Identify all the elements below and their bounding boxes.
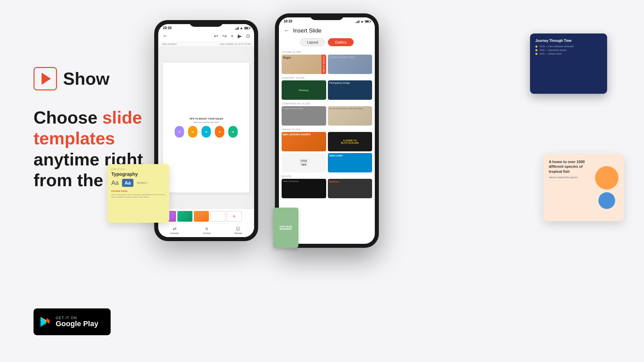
gallery-item-book[interactable]: a sharp & concise CMO's	[328, 55, 372, 74]
phone1-screen: 10:10 ▲ ← ↩	[158, 24, 254, 237]
battery-fill-2	[365, 21, 369, 22]
fish-circle-blue	[598, 192, 615, 209]
connector-3	[212, 132, 214, 132]
fish-card: A home to over 1000 different species of…	[543, 154, 624, 221]
animate-icon: ⇄	[173, 226, 177, 231]
ikigai-text: Ikigai	[282, 55, 326, 61]
play-button[interactable]: ▶	[238, 33, 242, 39]
gallery-item-participatory[interactable]: Participatory Design	[328, 80, 372, 100]
phone2-status-icons: ▲	[356, 19, 370, 23]
timeline-item-2: 2020 — Expansion phase	[535, 49, 602, 51]
sb2	[357, 21, 357, 23]
google-play-name: Google Play	[56, 320, 98, 328]
file-name: Sales Analysis	[162, 43, 177, 45]
back-button[interactable]: ←	[162, 32, 168, 40]
timeline-dot-3	[535, 53, 537, 55]
phone1-toolbar[interactable]: ← ↩ ↪ + ▶ ⊙	[158, 30, 254, 42]
timeline-item-3: 2021 — Global reach	[535, 53, 602, 55]
google-play-badge[interactable]: GET IT ON Google Play	[34, 308, 111, 335]
blitz-text: A GUIDE TO BLITZ SCALING	[340, 139, 359, 145]
basketball-text: BBA LESSONS CHAMPS	[282, 132, 326, 137]
gallery-item-ikigai[interactable]: COVER SLIDE Ikigai	[282, 55, 326, 74]
share-button[interactable]: ⊙	[246, 33, 250, 39]
google-play-text-block: GET IT ON Google Play	[56, 316, 98, 328]
node-01: 01	[175, 126, 184, 138]
dark-card-inner: Journey Through Time 2019 — First milest…	[530, 33, 607, 60]
fish-card-inner: A home to over 1000 different species of…	[543, 154, 624, 221]
add-slide-thumb[interactable]: +	[227, 211, 242, 222]
typography-floating-card: PRACTICAL Typography Aa Aa Modern Formal…	[107, 164, 169, 223]
app-logo-text: Show	[63, 69, 110, 89]
add-button[interactable]: +	[231, 33, 234, 39]
gallery-item-motion[interactable]: Motion Designing	[282, 179, 326, 198]
gallery-main: COVER SLIDE COVER SLIDE Ikigai a sharp &…	[282, 49, 372, 201]
phone1-status-icons: ▲	[235, 26, 249, 30]
phone1-bottom-nav: ⇄ Animate ≡ Format ☑ Review	[158, 224, 254, 237]
timeline: 2019 — First milestone achieved 2020 — E…	[535, 45, 602, 55]
aa-text: Aa	[111, 179, 119, 187]
book-text: a sharp & concise CMO's	[328, 55, 372, 60]
nav-animate[interactable]: ⇄ Animate	[170, 226, 179, 234]
gallery-item-arch1[interactable]: a wall & exterior CMO's	[282, 106, 326, 126]
flow-nodes: 01 02 03 04 05	[175, 126, 238, 138]
format-icon: ≡	[205, 226, 208, 231]
signal-bar-1	[235, 29, 236, 30]
battery-icon-2	[365, 20, 370, 23]
medium-text: Medium	[328, 179, 372, 185]
fish-title: A home to over 1000 different species of…	[549, 159, 588, 174]
motion-text: Motion Designing	[282, 179, 326, 184]
sb4	[359, 20, 359, 23]
tab-gallery[interactable]: Gallery	[328, 38, 354, 46]
team-card-floating: OUR TEAMMEMBERS	[273, 208, 298, 248]
gallery-item-privacy[interactable]: Privacy	[282, 80, 326, 100]
cover-slide-grid: COVER SLIDE Ikigai a sharp & concise CMO…	[282, 55, 372, 74]
phone2-time: 10:10	[284, 19, 292, 23]
signal-bar-3	[237, 27, 238, 30]
arch1-text: a wall & exterior CMO's	[282, 106, 326, 111]
connector-4	[225, 132, 228, 132]
nav-format[interactable]: ≡ Format	[203, 226, 210, 234]
animate-label: Animate	[170, 232, 179, 234]
insert-back-button[interactable]: ←	[284, 27, 290, 34]
cold-inner: COLD CALLING TIPS	[300, 159, 307, 166]
connector-2	[198, 132, 201, 132]
phone2-notch	[310, 13, 344, 20]
gallery-item-sales[interactable]: Sales Leads	[328, 153, 372, 172]
review-icon: ☑	[236, 226, 240, 231]
content-slide-grid: Privacy Participatory Design	[282, 80, 372, 100]
thumb-2[interactable]	[177, 211, 192, 222]
gallery-item-arch2[interactable]: Art and Architecture under the Globes	[328, 106, 372, 126]
signal-bars-2	[356, 20, 359, 23]
insert-tabs: Layout Gallery	[279, 36, 375, 49]
gallery-item-medium[interactable]: Medium	[328, 179, 372, 198]
gallery-item-cold[interactable]: COLD CALLING TIPS	[282, 153, 326, 172]
typography-aa: Aa Aa Modern	[111, 179, 165, 187]
battery-fill	[245, 27, 248, 29]
gallery-with-sidebar: COVER SLIDE COVER SLIDE Ikigai a sharp &…	[282, 49, 372, 201]
gallery-item-basketball[interactable]: BBA LESSONS CHAMPS	[282, 132, 326, 151]
timeline-item-1: 2019 — First milestone achieved	[535, 45, 602, 48]
node-02: 02	[188, 126, 197, 138]
google-play-icon	[39, 315, 52, 328]
timeline-dot-2	[535, 49, 537, 51]
modern-label: Modern	[137, 181, 147, 185]
undo-button[interactable]: ↩	[214, 33, 218, 39]
participatory-text: Participatory Design	[328, 80, 372, 85]
slide-main-area[interactable]: TIPS TO BOOST YOUR SALES Action plan to …	[158, 47, 254, 209]
signal-bar-4	[238, 27, 239, 30]
blitz-line2: BLITZ SCALING	[341, 142, 359, 144]
comparison-slide-grid: a wall & exterior CMO's Art and Architec…	[282, 106, 372, 126]
review-label: Review	[234, 232, 242, 234]
file-info-bar: Sales Analysis Last modified on 10:37:42…	[158, 42, 254, 47]
nav-review[interactable]: ☑ Review	[234, 226, 242, 234]
quote-grid: Motion Designing Medium	[282, 179, 372, 198]
gallery-item-blitz[interactable]: A GUIDE TO BLITZ SCALING	[328, 132, 372, 151]
typography-inner: PRACTICAL Typography Aa Aa Modern Formal…	[107, 164, 169, 223]
phone1-container: 10:10 ▲ ← ↩	[154, 20, 258, 241]
format-label: Format	[203, 232, 210, 234]
tab-layout[interactable]: Layout	[300, 38, 325, 46]
thumb-3[interactable]	[194, 211, 209, 222]
redo-button[interactable]: ↪	[222, 33, 227, 39]
thumb-blank[interactable]	[210, 211, 225, 222]
formal-fonts-label: Formal fonts	[111, 190, 165, 193]
